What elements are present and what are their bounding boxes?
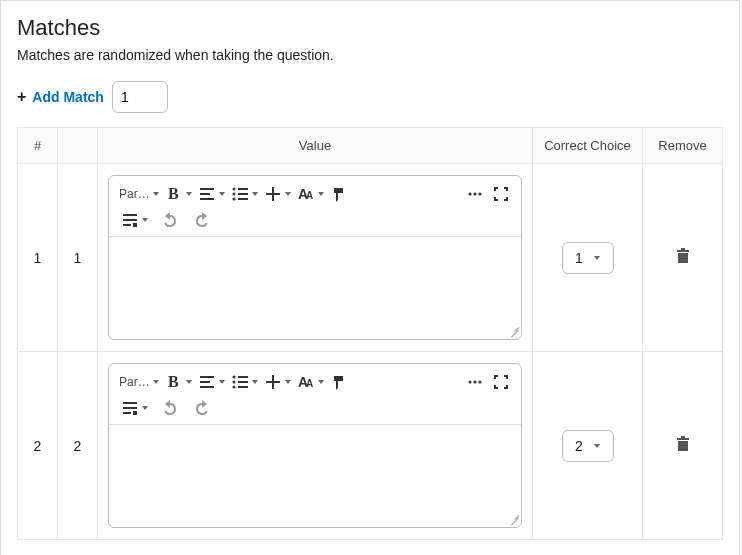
add-match-label: Add Match [32,89,104,105]
plus-icon: + [17,89,26,105]
chevron-down-icon [252,380,258,384]
fullscreen-button[interactable] [489,370,513,394]
remove-button[interactable] [674,252,692,268]
chevron-down-icon [142,218,148,222]
list-button[interactable] [229,182,260,206]
add-match-row: + Add Match [17,81,723,113]
row-choice-cell: 2 [533,352,643,540]
format-painter-button[interactable] [328,182,352,206]
row-hash: 1 [18,164,58,352]
bold-button[interactable] [163,370,194,394]
redo-button[interactable] [190,208,214,232]
chevron-down-icon [285,380,291,384]
chevron-down-icon [594,444,600,448]
title: Matches [17,15,723,41]
font-button[interactable] [295,182,326,206]
chevron-down-icon [186,380,192,384]
more-button[interactable] [463,370,487,394]
align-button[interactable] [196,182,227,206]
rich-text-editor[interactable]: Par… [108,175,522,340]
correct-choice-value: 2 [575,438,583,454]
chevron-down-icon [252,192,258,196]
column-header-hash: # [18,128,58,164]
insert-button[interactable] [262,370,293,394]
chevron-down-icon [153,380,159,384]
fullscreen-button[interactable] [489,182,513,206]
row-value-cell: Par… [98,164,533,352]
chevron-down-icon [142,406,148,410]
editor-body[interactable] [109,237,521,339]
column-header-blank [58,128,98,164]
column-header-choice: Correct Choice [533,128,643,164]
row-number: 2 [58,352,98,540]
row-number: 1 [58,164,98,352]
row-choice-cell: 1 [533,164,643,352]
table-row: 2 2 Par… [18,352,723,540]
list-button[interactable] [229,370,260,394]
chevron-down-icon [318,192,324,196]
add-match-button[interactable]: + Add Match [17,89,104,105]
language-button[interactable] [119,208,150,232]
chevron-down-icon [285,192,291,196]
column-header-remove: Remove [643,128,723,164]
editor-body[interactable] [109,425,521,527]
remove-button[interactable] [674,440,692,456]
row-value-cell: Par… [98,352,533,540]
format-painter-button[interactable] [328,370,352,394]
language-button[interactable] [119,396,150,420]
resize-handle[interactable] [505,511,519,525]
rich-text-editor[interactable]: Par… [108,363,522,528]
correct-choice-select[interactable]: 1 [562,242,614,274]
bold-button[interactable] [163,182,194,206]
column-header-value: Value [98,128,533,164]
chevron-down-icon [318,380,324,384]
paragraph-style-button[interactable]: Par… [117,182,161,206]
font-button[interactable] [295,370,326,394]
chevron-down-icon [219,380,225,384]
redo-button[interactable] [190,396,214,420]
undo-button[interactable] [158,208,182,232]
chevron-down-icon [186,192,192,196]
add-match-count-input[interactable] [112,81,168,113]
editor-toolbar: Par… [109,364,521,425]
matches-table: # Value Correct Choice Remove 1 1 Par… [17,127,723,540]
matches-panel: Matches Matches are randomized when taki… [0,0,740,555]
editor-toolbar: Par… [109,176,521,237]
row-remove-cell [643,352,723,540]
subtitle: Matches are randomized when taking the q… [17,47,723,63]
resize-handle[interactable] [505,323,519,337]
row-remove-cell [643,164,723,352]
chevron-down-icon [153,192,159,196]
correct-choice-value: 1 [575,250,583,266]
chevron-down-icon [594,256,600,260]
row-hash: 2 [18,352,58,540]
chevron-down-icon [219,192,225,196]
more-button[interactable] [463,182,487,206]
undo-button[interactable] [158,396,182,420]
correct-choice-select[interactable]: 2 [562,430,614,462]
table-row: 1 1 Par… [18,164,723,352]
paragraph-style-button[interactable]: Par… [117,370,161,394]
align-button[interactable] [196,370,227,394]
insert-button[interactable] [262,182,293,206]
